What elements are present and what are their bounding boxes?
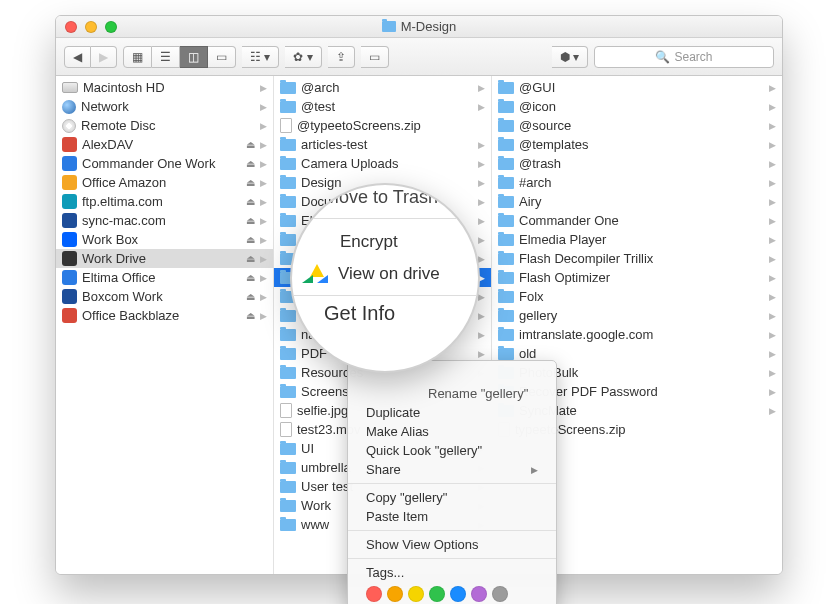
sq-icon (62, 232, 77, 247)
sq-icon (62, 175, 77, 190)
nav-group: ◀ ▶ (64, 46, 117, 68)
list-item[interactable]: @trash▶ (492, 154, 782, 173)
list-item[interactable]: @templates▶ (492, 135, 782, 154)
tag-color[interactable] (387, 586, 403, 602)
list-item[interactable]: sync-mac.com⏏▶ (56, 211, 273, 230)
list-item[interactable]: Boxcom Work⏏▶ (56, 287, 273, 306)
action-button[interactable]: ✿ ▾ (285, 46, 321, 68)
eject-icon[interactable]: ⏏ (246, 253, 255, 264)
menu-make-alias[interactable]: Make Alias (348, 422, 556, 441)
menu-show-view-options[interactable]: Show View Options (348, 535, 556, 554)
mag-get-info[interactable]: Get Info (290, 302, 480, 325)
menu-tags[interactable]: Tags... (348, 563, 556, 582)
share-button[interactable]: ⇪ (328, 46, 355, 68)
list-item[interactable]: @source▶ (492, 116, 782, 135)
list-item[interactable]: @typeetoScreens.zip (274, 116, 491, 135)
list-item[interactable]: Office Backblaze⏏▶ (56, 306, 273, 325)
item-label: Flash Decompiler Trillix (519, 251, 764, 266)
tag-color[interactable] (408, 586, 424, 602)
list-item[interactable]: Flash Decompiler Trillix▶ (492, 249, 782, 268)
folder-icon (280, 82, 296, 94)
folder-icon (498, 234, 514, 246)
arrange-button[interactable]: ☷ ▾ (242, 46, 279, 68)
folder-icon (498, 215, 514, 227)
menu-copy[interactable]: Copy "gellery" (348, 488, 556, 507)
list-item[interactable]: Macintosh HD▶ (56, 78, 273, 97)
chevron-right-icon: ▶ (478, 349, 485, 359)
list-item[interactable]: ftp.eltima.com⏏▶ (56, 192, 273, 211)
list-item[interactable]: Commander One▶ (492, 211, 782, 230)
menu-quick-look[interactable]: Quick Look "gellery" (348, 441, 556, 460)
list-item[interactable]: gellery▶ (492, 306, 782, 325)
close-button[interactable] (65, 21, 77, 33)
list-item[interactable]: Airy▶ (492, 192, 782, 211)
list-item[interactable]: Work Drive⏏▶ (56, 249, 273, 268)
forward-button[interactable]: ▶ (91, 46, 117, 68)
list-item[interactable]: Network▶ (56, 97, 273, 116)
list-item[interactable]: AlexDAV⏏▶ (56, 135, 273, 154)
item-label: Office Backblaze (82, 308, 241, 323)
tag-color[interactable] (366, 586, 382, 602)
gallery-view-button[interactable]: ▭ (208, 46, 236, 68)
list-item[interactable]: Folx▶ (492, 287, 782, 306)
list-item[interactable]: Office Amazon⏏▶ (56, 173, 273, 192)
item-label: Office Amazon (82, 175, 241, 190)
eject-icon[interactable]: ⏏ (246, 139, 255, 150)
column-1[interactable]: Macintosh HD▶Network▶Remote Disc▶AlexDAV… (56, 76, 274, 574)
chevron-right-icon: ▶ (769, 216, 776, 226)
menu-paste[interactable]: Paste Item (348, 507, 556, 526)
folder-icon (280, 367, 296, 379)
tag-color[interactable] (429, 586, 445, 602)
item-label: Commander One Work (82, 156, 241, 171)
eject-icon[interactable]: ⏏ (246, 310, 255, 321)
dropbox-button[interactable]: ⬢ ▾ (552, 46, 588, 68)
column-view-button[interactable]: ◫ (180, 46, 208, 68)
tag-color[interactable] (471, 586, 487, 602)
chevron-right-icon: ▶ (478, 178, 485, 188)
list-item[interactable]: articles-test▶ (274, 135, 491, 154)
list-item[interactable]: Remote Disc▶ (56, 116, 273, 135)
chevron-right-icon: ▶ (260, 178, 267, 188)
minimize-button[interactable] (85, 21, 97, 33)
tag-color[interactable] (492, 586, 508, 602)
list-item[interactable]: Commander One Work⏏▶ (56, 154, 273, 173)
list-item[interactable]: @GUI▶ (492, 78, 782, 97)
mag-view-drive[interactable]: View on drive (290, 259, 480, 289)
disc-icon (62, 119, 76, 133)
sq-icon (62, 289, 77, 304)
search-field[interactable]: 🔍 Search (594, 46, 774, 68)
folder-icon (280, 158, 296, 170)
menu-duplicate[interactable]: Duplicate (348, 403, 556, 422)
tag-color[interactable] (450, 586, 466, 602)
eject-icon[interactable]: ⏏ (246, 158, 255, 169)
eject-icon[interactable]: ⏏ (246, 215, 255, 226)
eject-icon[interactable]: ⏏ (246, 272, 255, 283)
chevron-right-icon: ▶ (478, 216, 485, 226)
tags-button[interactable]: ▭ (361, 46, 389, 68)
list-item[interactable]: @test▶ (274, 97, 491, 116)
list-view-button[interactable]: ☰ (152, 46, 180, 68)
list-item[interactable]: #arch▶ (492, 173, 782, 192)
icon-view-button[interactable]: ▦ (123, 46, 152, 68)
list-item[interactable]: Flash Optimizer▶ (492, 268, 782, 287)
search-icon: 🔍 (655, 50, 670, 64)
eject-icon[interactable]: ⏏ (246, 291, 255, 302)
list-item[interactable]: @arch▶ (274, 78, 491, 97)
eject-icon[interactable]: ⏏ (246, 234, 255, 245)
titlebar: M-Design (56, 16, 782, 38)
zoom-button[interactable] (105, 21, 117, 33)
eject-icon[interactable]: ⏏ (246, 196, 255, 207)
mag-encrypt[interactable]: Encrypt (290, 225, 480, 259)
folder-icon (280, 215, 296, 227)
chevron-right-icon: ▶ (769, 254, 776, 264)
list-item[interactable]: Eltima Office⏏▶ (56, 268, 273, 287)
list-item[interactable]: Camera Uploads▶ (274, 154, 491, 173)
list-item[interactable]: imtranslate.google.com▶ (492, 325, 782, 344)
list-item[interactable]: Elmedia Player▶ (492, 230, 782, 249)
list-item[interactable]: @icon▶ (492, 97, 782, 116)
back-button[interactable]: ◀ (64, 46, 91, 68)
menu-rename[interactable]: Rename "gellery" (348, 384, 556, 403)
menu-share[interactable]: Share▶ (348, 460, 556, 479)
list-item[interactable]: Work Box⏏▶ (56, 230, 273, 249)
eject-icon[interactable]: ⏏ (246, 177, 255, 188)
